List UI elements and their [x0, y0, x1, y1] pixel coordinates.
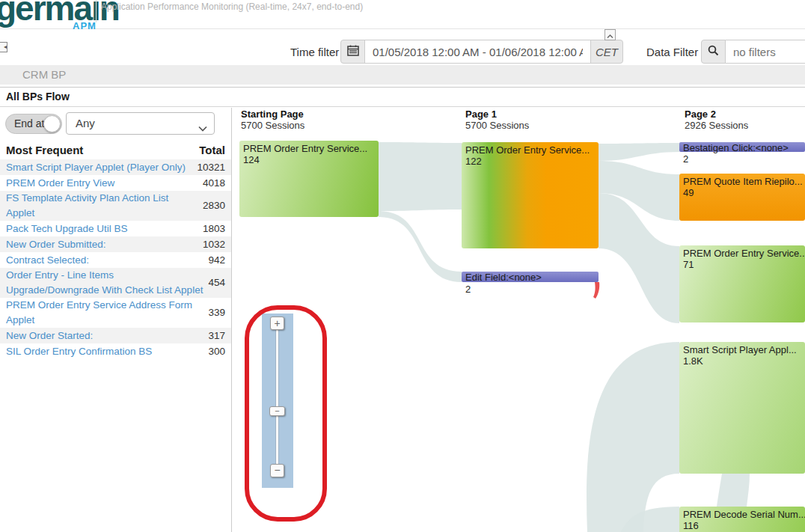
search-button[interactable]	[701, 40, 726, 64]
red-annotation-circle	[245, 305, 327, 522]
apm-flow-page: germain APM Application Performance Moni…	[0, 0, 805, 532]
chevron-up-icon	[607, 28, 613, 42]
list-item: Order Entry - Line Items Upgrade/Downgra…	[0, 268, 231, 298]
flow-node[interactable]: PREM Order Entry Service...122	[462, 142, 599, 248]
bp-link[interactable]: New Order Submitted:	[6, 237, 106, 252]
data-filter-input[interactable]	[725, 40, 805, 64]
list-item: PREM Order Entry Service Address Form Ap…	[0, 298, 231, 328]
flow-node[interactable]: Bestatigen Click:<none> 2	[679, 142, 805, 165]
collapse-filterbar-button[interactable]	[604, 29, 616, 40]
flow-node[interactable]: PREM Quote Item Riepilo...49	[679, 174, 805, 221]
end-at-select[interactable]: Any	[66, 112, 215, 135]
node-label: PREM Order Entry Service...	[465, 144, 595, 156]
list-item: New Order Started:317	[0, 328, 231, 343]
breadcrumb-bar: CRM BP	[0, 65, 805, 85]
flow-node[interactable]: Edit Field:<none> 2	[462, 272, 599, 294]
node-label: PREM Order Entry Service...	[683, 248, 801, 259]
bp-link[interactable]: Pack Tech Upgrade Util BS	[6, 221, 128, 236]
app-header: germain APM Application Performance Moni…	[0, 0, 805, 29]
breadcrumb: CRM BP	[22, 65, 66, 85]
time-filter-label: Time filter	[290, 46, 339, 58]
bp-link[interactable]: PREM Order Entry View	[6, 176, 114, 191]
page-title: All BPs Flow	[6, 88, 70, 106]
list-item: Pack Tech Upgrade Util BS1803	[0, 221, 231, 236]
time-filter-group: CET	[340, 40, 623, 64]
node-label: PREM Decode Serial Num...	[683, 509, 801, 520]
bp-link[interactable]: Contract Selected:	[6, 253, 89, 268]
flow-node[interactable]: PREM Order Entry Service...124	[239, 141, 379, 217]
node-value: 1.8K	[683, 355, 801, 367]
bp-link[interactable]: Smart Script Player Applet (Player Only)	[6, 160, 186, 175]
flow-link	[379, 211, 462, 282]
bp-total: 300	[203, 344, 225, 359]
bp-link[interactable]: PREM Order Entry Service Address Form Ap…	[6, 298, 203, 328]
timezone-addon: CET	[590, 40, 623, 64]
bp-link[interactable]: New Order Started:	[6, 328, 93, 343]
list-item: New Order Submitted:1032	[0, 236, 231, 252]
collapse-panel-icon[interactable]: ◂	[0, 42, 7, 52]
node-value: 116	[683, 520, 801, 531]
bp-total: 1032	[198, 237, 225, 252]
data-filter-group	[701, 40, 805, 64]
flow-link	[599, 143, 679, 161]
bp-total: 4018	[198, 176, 225, 191]
list-item: SIL Order Entry Confirmation BS300	[0, 343, 231, 359]
node-value: 122	[465, 156, 595, 167]
list-item: FS Template Activity Plan Action List Ap…	[0, 191, 231, 221]
apm-logo-sub: APM	[73, 20, 97, 31]
sidebar: End at Any Most Frequent Total Smart Scr…	[0, 108, 232, 532]
end-at-toggle[interactable]: End at	[5, 114, 62, 134]
bp-total: 339	[203, 305, 225, 320]
most-frequent-title: Most Frequent	[6, 144, 83, 159]
flow-node[interactable]: PREM Order Entry Service...71	[679, 245, 805, 322]
list-item: Contract Selected:942	[0, 252, 231, 268]
bp-total: 2830	[198, 198, 225, 213]
bp-link[interactable]: Order Entry - Line Items Upgrade/Downgra…	[6, 268, 203, 298]
app-tagline: Application Performance Monitoring (Real…	[101, 1, 363, 12]
bp-total: 942	[203, 253, 225, 268]
bp-total: 1803	[198, 221, 225, 236]
flow-link	[717, 474, 750, 507]
flow-link	[587, 342, 679, 532]
total-column-label: Total	[199, 144, 225, 159]
flow-node[interactable]: PREM Decode Serial Num...116	[679, 507, 805, 532]
logo-divider	[96, 0, 97, 22]
data-filter-label: Data Filter	[646, 46, 698, 58]
end-at-label: End at	[14, 114, 44, 133]
toggle-knob	[43, 115, 61, 132]
chevron-down-icon	[198, 121, 207, 135]
list-item: PREM Order Entry View4018	[0, 175, 231, 191]
node-value: 71	[683, 259, 801, 270]
node-label: Bestatigen Click:<none>	[683, 142, 789, 153]
bp-total: 317	[203, 328, 225, 343]
node-label: Smart Script Player Appl...	[683, 344, 801, 355]
node-value: 2	[465, 284, 471, 295]
most-frequent-header: Most Frequent Total	[0, 144, 231, 159]
bp-link[interactable]: FS Template Activity Plan Action List Ap…	[6, 191, 198, 221]
calendar-button[interactable]	[340, 40, 365, 64]
node-value: 49	[683, 187, 801, 198]
time-filter-input[interactable]	[364, 40, 591, 64]
flow-node[interactable]: Smart Script Player Appl...1.8K	[679, 342, 805, 474]
most-frequent-list: Smart Script Player Applet (Player Only)…	[0, 159, 231, 359]
flow-link	[379, 142, 462, 211]
section-header: All BPs Flow	[0, 87, 805, 107]
list-item: Smart Script Player Applet (Player Only)…	[0, 159, 231, 175]
node-label: PREM Order Entry Service...	[243, 143, 375, 154]
bp-total: 454	[203, 275, 225, 290]
node-value: 124	[243, 154, 375, 165]
bp-link[interactable]: SIL Order Entry Confirmation BS	[6, 344, 152, 359]
node-label: PREM Quote Item Riepilo...	[683, 176, 801, 187]
node-label: Edit Field:<none>	[465, 272, 542, 283]
end-at-selected-value: Any	[76, 113, 95, 134]
calendar-icon	[347, 45, 359, 59]
search-icon	[708, 45, 719, 59]
bp-total: 10321	[192, 160, 225, 175]
node-value: 2	[683, 153, 688, 165]
